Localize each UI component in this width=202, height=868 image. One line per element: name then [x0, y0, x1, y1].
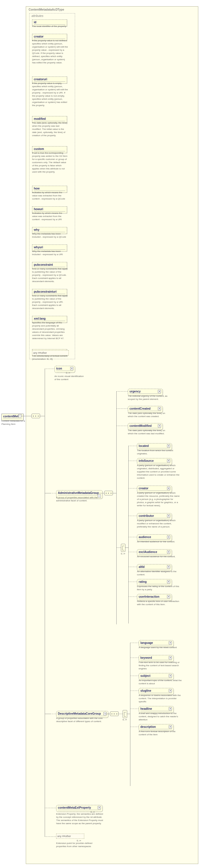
expand-toggle[interactable]: + [158, 407, 161, 410]
element-desc: Free-text term to be used for indexing o… [139, 661, 182, 670]
attr-desc: The local identifier of the property [32, 25, 68, 28]
element-desc: An excluded audience for the content. [137, 555, 180, 558]
expand-toggle[interactable]: − [18, 414, 22, 417]
connector-vertical [45, 369, 45, 836]
attr-desc: Specifies the language of this property … [32, 321, 68, 340]
connector [45, 493, 50, 493]
element-desc: The editorial urgency of the content, as… [128, 395, 168, 401]
attr-desc: Indicates by which means the value was e… [32, 212, 68, 221]
connector [116, 548, 121, 548]
ext-desc: Extension Property; the semantics are de… [56, 812, 105, 825]
connector [112, 493, 116, 493]
sequence-indicator [110, 712, 119, 716]
connector [127, 714, 130, 714]
expand-toggle[interactable]: + [169, 689, 172, 692]
attributes-label: attributes [32, 14, 43, 18]
connector [45, 808, 56, 808]
connector [125, 548, 128, 548]
connector [45, 714, 50, 714]
expand-toggle[interactable]: + [167, 580, 170, 583]
connector [105, 714, 110, 714]
any-other-element: any ##other [56, 834, 84, 839]
connector [26, 416, 32, 416]
expand-toggle[interactable]: + [167, 444, 170, 447]
type-title: ContentMetadataAcDType [29, 8, 64, 11]
expand-toggle[interactable]: + [167, 535, 170, 539]
element-desc: A language used by the news content [139, 646, 182, 649]
element-desc: A sequence of tokens associated with the… [139, 694, 182, 703]
choice-indicator [123, 710, 127, 718]
any-attr-extension: any ##other [32, 350, 69, 355]
icon-element: icon+ [55, 366, 75, 373]
attr-desc: One or many constraints that apply to pu… [32, 294, 68, 310]
element-desc: A party (person or organisation) which m… [137, 519, 180, 528]
expand-toggle[interactable]: + [167, 550, 170, 554]
element-desc: The date (and optionally the time) on wh… [128, 429, 168, 435]
admin-group-desc: A group of properties associated with th… [56, 496, 102, 502]
expand-toggle[interactable]: + [158, 390, 161, 393]
connector [22, 416, 26, 416]
expand-toggle[interactable]: + [167, 565, 170, 568]
attr-desc: If set to true the corresponding propert… [32, 151, 68, 174]
element-desc: The date (and optionally the time) on wh… [128, 412, 168, 418]
attr-desc: Indicates by which means the value was e… [32, 191, 68, 200]
expand-toggle[interactable]: + [167, 595, 170, 598]
expand-toggle[interactable]: + [167, 514, 170, 518]
connector [118, 714, 123, 714]
expand-toggle[interactable]: + [167, 487, 170, 490]
content-meta-ext-property: contentMetaExtProperty+ [56, 805, 103, 812]
root-desc: Content Metadata for a Planning Item [1, 420, 27, 426]
element-desc: The location from which the content orig… [137, 449, 180, 455]
element-desc: Reflects a specific kind of user interac… [137, 600, 180, 606]
choice-indicator [121, 544, 126, 552]
element-desc: A free-form textual description of the c… [139, 730, 182, 736]
element-desc: A party (person or organisation) which o… [137, 464, 180, 479]
expand-toggle[interactable]: + [169, 656, 172, 659]
sequence-indicator [104, 491, 113, 495]
connector [45, 836, 56, 837]
element-desc: Expresses the rating of the content of t… [137, 585, 180, 591]
attr-desc: If the property value is empty, specifie… [32, 82, 68, 107]
expand-toggle[interactable]: + [70, 367, 73, 370]
attr-desc: Why the metadata has been included - exp… [32, 250, 68, 256]
choice-mult: 0..∞ [123, 718, 127, 721]
connector [50, 714, 56, 714]
choice-mult: 0..∞ [121, 552, 125, 555]
sequence-indicator [32, 414, 40, 418]
anyOther-desc: Extension point for provider-defined pro… [56, 842, 102, 848]
attr-desc: Why the metadata has been included - exp… [32, 232, 68, 239]
connector [45, 369, 55, 369]
icon-mult: 0..∞ [66, 372, 70, 374]
element-desc: A party (person or organisation) which c… [137, 491, 180, 507]
connector [128, 446, 129, 623]
expand-toggle[interactable]: + [158, 424, 161, 427]
attr-desc: One or many constraints that apply to pu… [32, 267, 68, 283]
connector [39, 416, 45, 416]
element-desc: An alternative identifier assigned to th… [137, 570, 180, 576]
connector [99, 493, 104, 493]
attr-desc: If the property value is not defined, sp… [32, 39, 68, 64]
expand-toggle[interactable]: + [169, 707, 172, 710]
expand-toggle[interactable]: + [98, 806, 101, 809]
element-desc: An intended audience for the content. [137, 540, 180, 543]
expand-toggle[interactable]: + [169, 641, 172, 644]
expand-toggle[interactable]: + [167, 459, 170, 462]
element-desc: An important topic of the content; what … [139, 679, 182, 685]
desc-group-desc: A group of properties associated with th… [56, 717, 108, 723]
connector [130, 643, 130, 786]
element-desc: A brief and snappy introduction to the c… [139, 712, 182, 721]
expand-toggle[interactable]: + [169, 725, 172, 728]
expand-toggle[interactable]: + [169, 674, 172, 677]
connector [50, 493, 56, 493]
attr-desc: The date (and, optionally, the time) whe… [32, 121, 68, 137]
icon-desc: An iconic visual identification of the c… [55, 375, 86, 381]
